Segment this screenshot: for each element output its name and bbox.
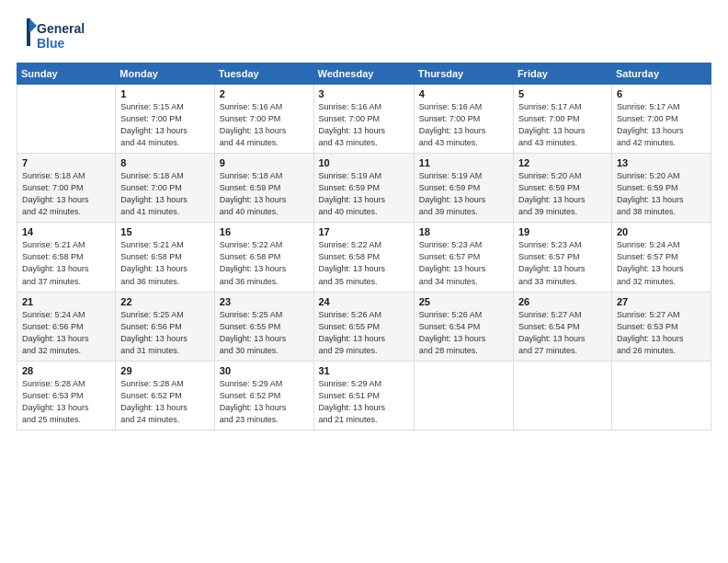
day-cell: 31Sunrise: 5:29 AM Sunset: 6:51 PM Dayli… — [313, 361, 414, 430]
day-cell: 25Sunrise: 5:26 AM Sunset: 6:54 PM Dayli… — [414, 292, 513, 361]
day-cell: 18Sunrise: 5:23 AM Sunset: 6:57 PM Dayli… — [414, 223, 513, 292]
day-info: Sunrise: 5:19 AM Sunset: 6:59 PM Dayligh… — [319, 170, 409, 218]
day-number: 30 — [220, 365, 309, 376]
day-number: 28 — [22, 365, 110, 376]
day-cell: 29Sunrise: 5:28 AM Sunset: 6:52 PM Dayli… — [116, 361, 214, 430]
weekday-header-friday: Friday — [513, 63, 611, 85]
day-number: 7 — [22, 157, 110, 168]
day-number: 1 — [120, 88, 209, 99]
day-number: 11 — [419, 157, 508, 168]
day-cell: 13Sunrise: 5:20 AM Sunset: 6:59 PM Dayli… — [611, 154, 711, 223]
weekday-header-wednesday: Wednesday — [313, 63, 414, 85]
day-cell: 20Sunrise: 5:24 AM Sunset: 6:57 PM Dayli… — [611, 223, 711, 292]
header: GeneralBlue — [17, 17, 711, 53]
day-number: 12 — [518, 157, 607, 168]
day-cell — [513, 361, 611, 430]
week-row-5: 28Sunrise: 5:28 AM Sunset: 6:53 PM Dayli… — [17, 361, 711, 430]
day-cell: 22Sunrise: 5:25 AM Sunset: 6:56 PM Dayli… — [116, 292, 214, 361]
week-row-2: 7Sunrise: 5:18 AM Sunset: 7:00 PM Daylig… — [17, 154, 711, 223]
day-info: Sunrise: 5:16 AM Sunset: 7:00 PM Dayligh… — [419, 101, 508, 149]
day-info: Sunrise: 5:22 AM Sunset: 6:58 PM Dayligh… — [319, 239, 409, 287]
calendar-table: SundayMondayTuesdayWednesdayThursdayFrid… — [17, 63, 711, 431]
day-cell: 19Sunrise: 5:23 AM Sunset: 6:57 PM Dayli… — [513, 223, 611, 292]
day-number: 3 — [319, 88, 409, 99]
svg-text:General: General — [37, 21, 85, 36]
day-info: Sunrise: 5:29 AM Sunset: 6:52 PM Dayligh… — [220, 378, 309, 426]
calendar-page: GeneralBlue SundayMondayTuesdayWednesday… — [0, 0, 728, 563]
weekday-header-saturday: Saturday — [611, 63, 711, 85]
day-cell: 2Sunrise: 5:16 AM Sunset: 7:00 PM Daylig… — [214, 85, 313, 154]
day-cell: 16Sunrise: 5:22 AM Sunset: 6:58 PM Dayli… — [214, 223, 313, 292]
day-info: Sunrise: 5:19 AM Sunset: 6:59 PM Dayligh… — [419, 170, 508, 218]
day-cell: 21Sunrise: 5:24 AM Sunset: 6:56 PM Dayli… — [17, 292, 116, 361]
day-number: 27 — [617, 296, 706, 307]
day-info: Sunrise: 5:20 AM Sunset: 6:59 PM Dayligh… — [617, 170, 706, 218]
day-number: 29 — [120, 365, 209, 376]
day-number: 21 — [22, 296, 110, 307]
day-info: Sunrise: 5:26 AM Sunset: 6:55 PM Dayligh… — [319, 309, 409, 357]
day-info: Sunrise: 5:28 AM Sunset: 6:52 PM Dayligh… — [120, 378, 209, 426]
day-cell: 9Sunrise: 5:18 AM Sunset: 6:59 PM Daylig… — [214, 154, 313, 223]
svg-text:Blue: Blue — [37, 36, 65, 51]
day-number: 16 — [220, 226, 309, 237]
day-number: 20 — [617, 226, 706, 237]
day-number: 18 — [419, 226, 508, 237]
day-number: 10 — [319, 157, 409, 168]
day-info: Sunrise: 5:25 AM Sunset: 6:56 PM Dayligh… — [120, 309, 209, 357]
day-number: 2 — [220, 88, 309, 99]
day-number: 9 — [220, 157, 309, 168]
day-cell: 17Sunrise: 5:22 AM Sunset: 6:58 PM Dayli… — [313, 223, 414, 292]
day-number: 13 — [617, 157, 706, 168]
weekday-header-monday: Monday — [116, 63, 214, 85]
day-cell: 3Sunrise: 5:16 AM Sunset: 7:00 PM Daylig… — [313, 85, 414, 154]
day-cell — [17, 85, 116, 154]
day-number: 22 — [120, 296, 209, 307]
day-number: 25 — [419, 296, 508, 307]
weekday-header-thursday: Thursday — [414, 63, 513, 85]
day-cell: 8Sunrise: 5:18 AM Sunset: 7:00 PM Daylig… — [116, 154, 214, 223]
weekday-header-sunday: Sunday — [17, 63, 116, 85]
day-info: Sunrise: 5:21 AM Sunset: 6:58 PM Dayligh… — [22, 239, 110, 287]
day-cell — [611, 361, 711, 430]
day-number: 17 — [319, 226, 409, 237]
day-info: Sunrise: 5:29 AM Sunset: 6:51 PM Dayligh… — [319, 378, 409, 426]
day-number: 4 — [419, 88, 508, 99]
day-info: Sunrise: 5:18 AM Sunset: 7:00 PM Dayligh… — [120, 170, 209, 218]
day-cell: 5Sunrise: 5:17 AM Sunset: 7:00 PM Daylig… — [513, 85, 611, 154]
day-info: Sunrise: 5:18 AM Sunset: 6:59 PM Dayligh… — [220, 170, 309, 218]
day-cell: 6Sunrise: 5:17 AM Sunset: 7:00 PM Daylig… — [611, 85, 711, 154]
day-number: 23 — [220, 296, 309, 307]
day-cell — [414, 361, 513, 430]
day-cell: 1Sunrise: 5:15 AM Sunset: 7:00 PM Daylig… — [116, 85, 214, 154]
day-cell: 12Sunrise: 5:20 AM Sunset: 6:59 PM Dayli… — [513, 154, 611, 223]
day-cell: 24Sunrise: 5:26 AM Sunset: 6:55 PM Dayli… — [313, 292, 414, 361]
day-number: 26 — [518, 296, 607, 307]
week-row-1: 1Sunrise: 5:15 AM Sunset: 7:00 PM Daylig… — [17, 85, 711, 154]
day-cell: 28Sunrise: 5:28 AM Sunset: 6:53 PM Dayli… — [17, 361, 116, 430]
day-cell: 26Sunrise: 5:27 AM Sunset: 6:54 PM Dayli… — [513, 292, 611, 361]
day-number: 24 — [319, 296, 409, 307]
day-info: Sunrise: 5:26 AM Sunset: 6:54 PM Dayligh… — [419, 309, 508, 357]
day-cell: 11Sunrise: 5:19 AM Sunset: 6:59 PM Dayli… — [414, 154, 513, 223]
weekday-header-row: SundayMondayTuesdayWednesdayThursdayFrid… — [17, 63, 711, 85]
day-number: 8 — [120, 157, 209, 168]
day-info: Sunrise: 5:20 AM Sunset: 6:59 PM Dayligh… — [518, 170, 607, 218]
day-info: Sunrise: 5:21 AM Sunset: 6:58 PM Dayligh… — [120, 239, 209, 287]
weekday-header-tuesday: Tuesday — [214, 63, 313, 85]
day-info: Sunrise: 5:23 AM Sunset: 6:57 PM Dayligh… — [518, 239, 607, 287]
day-info: Sunrise: 5:17 AM Sunset: 7:00 PM Dayligh… — [518, 101, 607, 149]
day-cell: 4Sunrise: 5:16 AM Sunset: 7:00 PM Daylig… — [414, 85, 513, 154]
day-info: Sunrise: 5:16 AM Sunset: 7:00 PM Dayligh… — [319, 101, 409, 149]
day-info: Sunrise: 5:24 AM Sunset: 6:56 PM Dayligh… — [22, 309, 110, 357]
logo-svg: GeneralBlue — [17, 17, 90, 53]
logo: GeneralBlue — [17, 17, 90, 53]
day-number: 14 — [22, 226, 110, 237]
day-info: Sunrise: 5:25 AM Sunset: 6:55 PM Dayligh… — [220, 309, 309, 357]
day-number: 15 — [120, 226, 209, 237]
day-cell: 27Sunrise: 5:27 AM Sunset: 6:53 PM Dayli… — [611, 292, 711, 361]
day-info: Sunrise: 5:16 AM Sunset: 7:00 PM Dayligh… — [220, 101, 309, 149]
week-row-4: 21Sunrise: 5:24 AM Sunset: 6:56 PM Dayli… — [17, 292, 711, 361]
day-info: Sunrise: 5:27 AM Sunset: 6:54 PM Dayligh… — [518, 309, 607, 357]
day-cell: 15Sunrise: 5:21 AM Sunset: 6:58 PM Dayli… — [116, 223, 214, 292]
day-number: 19 — [518, 226, 607, 237]
